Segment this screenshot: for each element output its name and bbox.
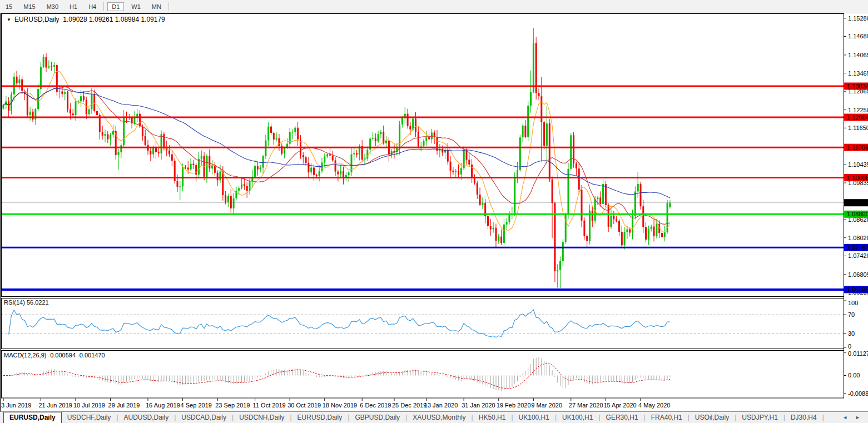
chart-dropdown-icon[interactable]: ▼ xyxy=(7,17,11,22)
svg-text:1.07697: 1.07697 xyxy=(847,244,868,251)
tab-xauusd-monthly[interactable]: XAUUSD,Monthly xyxy=(407,412,471,423)
svg-text:1.08800: 1.08800 xyxy=(847,211,868,217)
date-label: 29 Jul 2019 xyxy=(108,402,140,409)
svg-text:1.13465: 1.13465 xyxy=(848,70,868,77)
svg-text:1.12250: 1.12250 xyxy=(848,107,868,113)
date-label: 25 Dec 2019 xyxy=(392,402,426,409)
date-label: 16 Aug 2019 xyxy=(146,402,180,409)
tab-dj30-h4[interactable]: DJ30,H4 xyxy=(785,412,822,423)
timeframe-button-d1[interactable]: D1 xyxy=(107,2,124,11)
timeframe-button-m15[interactable]: M15 xyxy=(19,2,39,11)
tab-fra40-h1[interactable]: FRA40,H1 xyxy=(646,412,688,423)
date-label: 10 Jul 2019 xyxy=(73,402,105,409)
svg-text:1.11009: 1.11009 xyxy=(847,144,868,151)
tab-usdcnh-daily[interactable]: USDCNH,Daily xyxy=(234,412,290,423)
tab-hk50-h1[interactable]: HK50,H1 xyxy=(473,412,512,423)
tab-scroll-left-icon[interactable]: ◄ xyxy=(842,415,847,420)
svg-text:30: 30 xyxy=(848,330,855,337)
chart-tab-bar: EURUSD,DailyUSDCHF,Daily|AUDUSD,Daily|US… xyxy=(0,411,868,423)
chart-ohlc-values: 1.09028 1.09261 1.08984 1.09179 xyxy=(63,16,165,23)
tab-usdcad-daily[interactable]: USDCAD,Daily xyxy=(176,412,232,423)
timeframe-button-h1[interactable]: H1 xyxy=(66,2,81,11)
date-label: 4 Sep 2019 xyxy=(181,402,212,409)
tab-eurusd-daily[interactable]: EURUSD,Daily xyxy=(292,412,348,423)
chart-background xyxy=(0,13,868,411)
svg-text:0: 0 xyxy=(848,343,851,350)
date-label: 9 Mar 2020 xyxy=(531,402,562,409)
date-label: 18 Nov 2019 xyxy=(323,402,357,409)
svg-text:1.10435: 1.10435 xyxy=(848,161,868,168)
svg-text:1.06805: 1.06805 xyxy=(848,271,868,278)
tab-scroll-right-icon[interactable]: ► xyxy=(855,415,860,420)
svg-text:70: 70 xyxy=(848,311,855,318)
svg-text:1.15280: 1.15280 xyxy=(848,15,868,22)
price-chart-canvas[interactable]: 1.152801.146801.140651.134651.128651.122… xyxy=(0,13,868,411)
date-label: 3 Jun 2019 xyxy=(1,402,31,409)
timeframe-toolbar: 15M15M30H1H4D1W1MN xyxy=(0,0,868,13)
timeframe-button-m30[interactable]: M30 xyxy=(43,2,62,11)
date-label: 13 Jan 2020 xyxy=(424,402,458,409)
trading-terminal: 15M15M30H1H4D1W1MN 1.152801.146801.14065… xyxy=(0,0,868,423)
svg-text:0.011277: 0.011277 xyxy=(848,350,868,357)
tab-ger30-h1[interactable]: GER30,H1 xyxy=(601,412,644,423)
svg-text:-0.008845: -0.008845 xyxy=(848,390,868,397)
toolbar-separator xyxy=(103,2,104,11)
tab-usoil-daily[interactable]: USOil,Daily xyxy=(690,412,735,423)
tab-gbpusd-daily[interactable]: GBPUSD,Daily xyxy=(349,412,405,423)
tab-usdchf-daily[interactable]: USDCHF,Daily xyxy=(62,412,117,423)
timeframe-button-mn[interactable]: MN xyxy=(148,2,165,11)
date-label: 21 Jun 2019 xyxy=(38,402,72,409)
svg-text:1.09179: 1.09179 xyxy=(847,200,868,206)
tab-uk100-h1[interactable]: UK100,H1 xyxy=(513,412,555,423)
chart-symbol: EURUSD,Daily xyxy=(14,16,59,23)
rsi-indicator-label: RSI(14) 56.0221 xyxy=(4,299,49,306)
timeframe-button-h4[interactable]: H4 xyxy=(85,2,100,11)
svg-text:1.12004: 1.12004 xyxy=(847,114,868,121)
macd-indicator-label: MACD(12,26,9) -0.000594 -0.001470 xyxy=(4,352,105,359)
svg-text:0.00: 0.00 xyxy=(848,372,860,379)
date-label: 4 May 2020 xyxy=(638,402,670,409)
chart-window[interactable]: 1.152801.146801.140651.134651.128651.122… xyxy=(0,13,868,411)
tab-usdjpy-h1[interactable]: USDJPY,H1 xyxy=(736,412,783,423)
svg-text:1.11650: 1.11650 xyxy=(848,125,868,131)
tab-eurusd-daily[interactable]: EURUSD,Daily xyxy=(3,412,62,423)
svg-text:1.14680: 1.14680 xyxy=(848,33,868,39)
timeframe-button-w1[interactable]: W1 xyxy=(127,2,145,11)
date-label: 19 Feb 2020 xyxy=(497,402,531,409)
svg-text:1.10008: 1.10008 xyxy=(847,175,868,181)
tab-scroll-controls: ◄► xyxy=(842,415,868,420)
date-label: 15 Apr 2020 xyxy=(603,402,636,409)
tab-uk100-h1[interactable]: UK100,H1 xyxy=(557,412,598,423)
svg-text:1.08020: 1.08020 xyxy=(848,235,868,241)
date-label: 30 Oct 2019 xyxy=(287,402,321,409)
date-label: 27 Mar 2020 xyxy=(569,402,603,409)
svg-text:1.06306: 1.06306 xyxy=(847,286,868,293)
toolbar-separator xyxy=(168,2,169,11)
date-label: 31 Jan 2020 xyxy=(462,402,495,409)
svg-text:1.07420: 1.07420 xyxy=(848,252,868,259)
tab-separator: | xyxy=(822,414,824,421)
date-label: 6 Dec 2019 xyxy=(360,402,391,409)
svg-text:1.13034: 1.13034 xyxy=(847,83,868,89)
chart-title: ▼EURUSD,Daily 1.09028 1.09261 1.08984 1.… xyxy=(4,16,165,23)
timeframe-button-15[interactable]: 15 xyxy=(2,2,16,11)
svg-text:1.14065: 1.14065 xyxy=(848,52,868,58)
date-label: 11 Oct 2019 xyxy=(253,402,286,409)
svg-text:100: 100 xyxy=(848,300,858,306)
tab-audusd-daily[interactable]: AUDUSD,Daily xyxy=(118,412,175,423)
date-label: 23 Sep 2019 xyxy=(215,402,250,409)
